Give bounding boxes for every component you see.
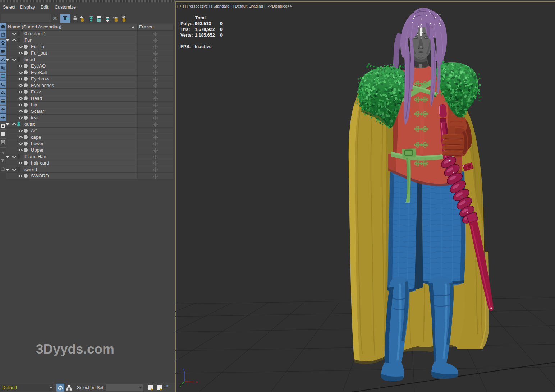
- svg-text:z: z: [183, 368, 185, 371]
- svg-text:y: y: [180, 384, 182, 387]
- svg-text:x: x: [196, 380, 198, 384]
